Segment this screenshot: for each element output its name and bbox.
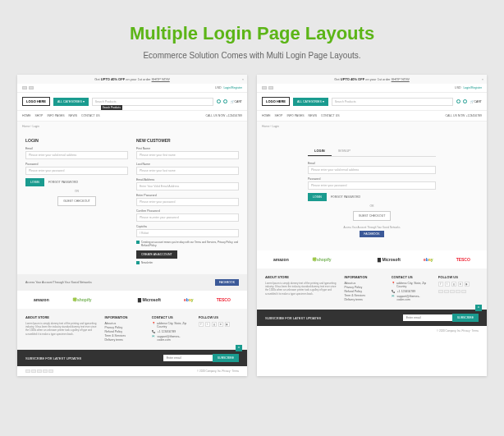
email-icon: ✉ (152, 335, 156, 342)
forgot-link[interactable]: FORGOT PASSWORD (331, 195, 360, 199)
shop-now-link[interactable]: SHOP NOW (392, 77, 410, 81)
footer-link[interactable]: Delivery terms (345, 298, 385, 301)
promo-bar: Get UPTO 40% OFF on your 1st order SHOP … (17, 75, 247, 84)
login-button[interactable]: LOGIN (25, 178, 44, 186)
twitter-icon[interactable]: t (445, 282, 450, 287)
scroll-top-button[interactable]: ^ (236, 345, 242, 351)
password-field[interactable]: Please enter your password (308, 181, 436, 190)
create-account-button[interactable]: CREATE AN ACCOUNT (136, 250, 177, 259)
newsletter-checkbox[interactable] (136, 261, 140, 264)
guest-button[interactable]: GUEST CHECKOUT (57, 196, 96, 206)
login-button[interactable]: LOGIN (308, 193, 327, 201)
search-tooltip: Search Products (101, 105, 122, 110)
login-register-link[interactable]: Login/Register (463, 86, 482, 89)
wishlist-icon[interactable] (463, 99, 467, 103)
subscribe-input[interactable] (403, 314, 452, 321)
logo[interactable]: LOGO HERE (22, 97, 50, 106)
page-subtitle: Ecommerce Solution Comes with Multi Logi… (16, 51, 488, 60)
tab-signup[interactable]: SIGNUP (332, 146, 357, 156)
footer-link[interactable]: About us (345, 282, 385, 285)
email-icon: ✉ (392, 295, 396, 301)
guest-button[interactable]: GUEST CHECKOUT (353, 211, 392, 221)
cart-button[interactable]: 🛒 CART (231, 100, 242, 103)
email-signup-field[interactable]: Enter Your Valid Email Address (136, 182, 239, 190)
footer-link[interactable]: Privacy Policy (345, 286, 385, 289)
phone-icon: 📞 (392, 290, 396, 293)
footer-link[interactable]: Privacy Policy (105, 326, 145, 329)
shop-now-link[interactable]: SHOP NOW (152, 77, 170, 81)
firstname-field[interactable]: Please enter your first name (136, 151, 239, 159)
linkedin-icon[interactable]: in (458, 282, 463, 287)
instagram-icon[interactable]: ◉ (465, 282, 470, 287)
footer-link[interactable]: Refund Policy (345, 290, 385, 293)
brand-logos: amazon 🍀shopify ▇ Microsoft ebay TESCO (257, 250, 487, 268)
footer-link[interactable]: Delivery terms (105, 338, 145, 342)
twitter-icon[interactable]: t (205, 322, 210, 327)
footer-link[interactable]: Term & Services (345, 294, 385, 297)
compare-icon[interactable] (217, 99, 221, 103)
email-field[interactable]: Please enter your valid email address (25, 151, 128, 159)
main-nav[interactable]: HOMESHOPINFO PAGESNEWSCONTACT US (22, 114, 100, 117)
google-icon[interactable]: g (451, 282, 456, 287)
instagram-icon[interactable]: ◉ (225, 322, 230, 327)
categories-button[interactable]: ALL CATEGORIES ▾ (293, 98, 328, 106)
layout-preview-2: Get UPTO 40% OFF on your 1st order SHOP … (257, 75, 487, 376)
search-input[interactable]: Search ProductsSearch Products (92, 98, 213, 106)
breadcrumb: Home › Login (257, 122, 487, 131)
password-field[interactable]: Please enter your password (25, 167, 128, 175)
facebook-button[interactable]: FACEBOOK (215, 279, 239, 286)
email-field[interactable]: Please enter your valid email address (308, 166, 436, 174)
layout-preview-1: Get UPTO 40% OFF on your 1st order SHOP … (17, 75, 247, 376)
agree-checkbox[interactable] (136, 241, 140, 244)
categories-button[interactable]: ALL CATEGORIES ▾ (53, 98, 89, 106)
subscribe-title: SUBSCRIBE FOR LATEST UPDATES (265, 316, 321, 320)
footer-link[interactable]: Term & Services (105, 334, 145, 337)
wishlist-icon[interactable] (223, 99, 227, 103)
language-flags[interactable] (22, 86, 34, 89)
footer-link[interactable]: Refund Policy (105, 330, 145, 333)
login-title: LOGIN (25, 138, 128, 143)
captcha-field[interactable]: I Robot (136, 229, 239, 237)
search-input[interactable]: Search Products (332, 98, 453, 106)
logo[interactable]: LOGO HERE (262, 97, 290, 106)
linkedin-icon[interactable]: in (218, 322, 223, 327)
page-title: Multiple Login Page Layouts (16, 23, 488, 44)
close-icon[interactable]: × (242, 77, 244, 81)
location-icon: 📍 (152, 322, 155, 328)
subscribe-title: SUBSCRIBE FOR LATEST UPDATES (25, 356, 81, 360)
main-nav[interactable]: HOMESHOPINFO PAGESNEWSCONTACT US (262, 114, 340, 117)
subscribe-button[interactable]: SUBSCRIBE (452, 314, 479, 322)
google-icon[interactable]: g (212, 322, 217, 327)
tab-login[interactable]: LOGIN (308, 146, 332, 156)
signup-title: NEW CUSTOMER (136, 138, 239, 143)
close-icon[interactable]: × (482, 77, 483, 81)
footer-link[interactable]: About us (105, 322, 145, 325)
promo-bar: Get UPTO 40% OFF on your 1st order SHOP … (257, 75, 487, 84)
facebook-icon[interactable]: f (438, 282, 443, 287)
pw-signup-field[interactable]: Please enter your password (136, 198, 239, 206)
social-text: Access Your Account Through Your Social … (25, 281, 92, 284)
location-icon: 📍 (392, 282, 395, 288)
forgot-link[interactable]: FORGOT PASSWORD (48, 181, 78, 184)
brand-logos: amazon 🍀shopify ▇ Microsoft ebay TESCO (17, 291, 247, 309)
subscribe-button[interactable]: SUBSCRIBE (213, 354, 239, 362)
lastname-field[interactable]: Please enter your last name (136, 167, 239, 175)
breadcrumb: Home › Login (17, 122, 247, 131)
language-flags[interactable] (262, 86, 273, 89)
compare-icon[interactable] (456, 99, 460, 103)
cpw-field[interactable]: Please re-enter your password (136, 213, 239, 222)
cart-button[interactable]: 🛒 CART (470, 100, 482, 103)
facebook-button[interactable]: FACEBOOK (360, 231, 383, 237)
phone-icon: 📞 (152, 330, 156, 333)
scroll-top-button[interactable]: ^ (475, 305, 482, 311)
subscribe-input[interactable] (163, 355, 213, 361)
login-register-link[interactable]: Login/Register (223, 86, 242, 89)
facebook-icon[interactable]: f (199, 322, 204, 327)
